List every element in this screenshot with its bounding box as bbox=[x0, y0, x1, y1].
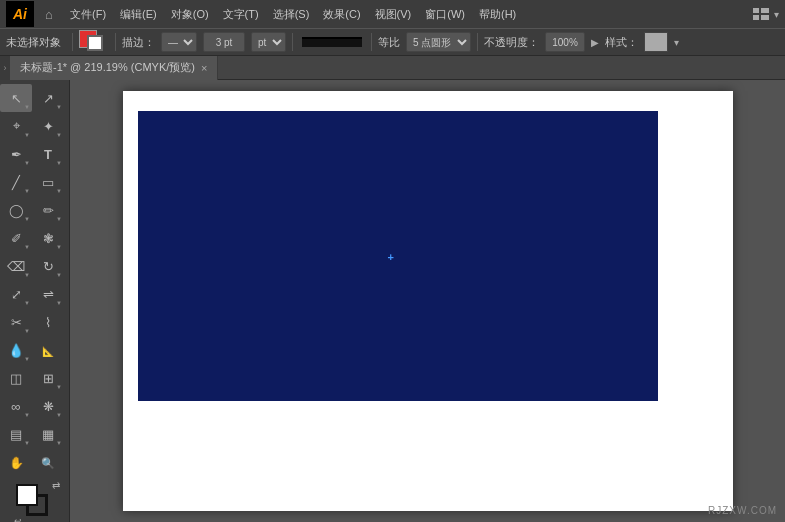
menu-effect[interactable]: 效果(C) bbox=[317, 5, 366, 24]
opacity-label: 不透明度： bbox=[484, 35, 539, 50]
foreground-color[interactable] bbox=[16, 484, 38, 506]
ellipse-icon bbox=[9, 203, 24, 218]
measure-icon bbox=[42, 343, 54, 358]
scissors-tool[interactable]: ▼ bbox=[0, 308, 32, 336]
tool-row-5: ▼ ▼ bbox=[0, 196, 69, 224]
magic-wand-tool[interactable]: ▼ bbox=[32, 112, 64, 140]
canvas-paper: + bbox=[123, 91, 733, 511]
fill-stroke-pair[interactable] bbox=[79, 30, 109, 54]
document-tab[interactable]: 未标题-1* @ 219.19% (CMYK/预览) × bbox=[10, 56, 218, 80]
lasso-icon bbox=[13, 118, 20, 134]
tool-arrow3: ▼ bbox=[24, 132, 30, 138]
pencil-tool[interactable]: ▼ bbox=[0, 224, 32, 252]
menu-file[interactable]: 文件(F) bbox=[64, 5, 112, 24]
rotate-tool[interactable]: ▼ bbox=[32, 252, 64, 280]
reflect-tool[interactable]: ▼ bbox=[32, 280, 64, 308]
tool-arrow2: ▼ bbox=[56, 104, 62, 110]
stroke-unit-select[interactable]: pt bbox=[251, 32, 286, 52]
magic-wand-icon bbox=[43, 119, 54, 134]
eyedropper-tool[interactable]: 💧 ▼ bbox=[0, 336, 32, 364]
blob-brush-tool[interactable]: ▼ bbox=[32, 224, 64, 252]
reset-colors-icon[interactable]: ↩ bbox=[14, 516, 22, 522]
ai-logo: Ai bbox=[6, 1, 34, 27]
type-tool[interactable]: ▼ bbox=[32, 140, 64, 168]
expand-btn[interactable]: ▾ bbox=[774, 9, 779, 20]
pen-tool[interactable]: ▼ bbox=[0, 140, 32, 168]
style-swatch[interactable] bbox=[644, 32, 668, 52]
tool-arrow15: ▼ bbox=[24, 300, 30, 306]
menu-window[interactable]: 窗口(W) bbox=[419, 5, 471, 24]
symbol-tool[interactable]: ▼ bbox=[32, 392, 64, 420]
column-graph-tool[interactable]: ▼ bbox=[0, 420, 32, 448]
brush-select[interactable]: 5 点圆形 bbox=[406, 32, 471, 52]
tool-row-11: ▼ bbox=[0, 364, 69, 392]
stroke-color-swatch[interactable] bbox=[87, 35, 103, 51]
lasso-tool[interactable]: ▼ bbox=[0, 112, 32, 140]
stroke-width-input[interactable] bbox=[203, 32, 245, 52]
tool-arrow21: ▼ bbox=[56, 412, 62, 418]
tool-row-14 bbox=[0, 448, 69, 476]
knife-tool[interactable] bbox=[32, 308, 64, 336]
tool-arrow14: ▼ bbox=[56, 272, 62, 278]
tool-row-8: ▼ ▼ bbox=[0, 280, 69, 308]
opacity-arrow[interactable]: ▶ bbox=[591, 37, 599, 48]
canvas-rectangle-object[interactable] bbox=[138, 111, 658, 401]
chart-icon bbox=[42, 427, 54, 442]
gradient-tool[interactable] bbox=[0, 364, 32, 392]
panel-collapse-btn[interactable]: › bbox=[0, 56, 10, 80]
zoom-tool[interactable] bbox=[32, 448, 64, 476]
menu-help[interactable]: 帮助(H) bbox=[473, 5, 522, 24]
tool-arrow10: ▼ bbox=[56, 216, 62, 222]
menu-object[interactable]: 对象(O) bbox=[165, 5, 215, 24]
eraser-tool[interactable]: ▼ bbox=[0, 252, 32, 280]
hand-tool[interactable] bbox=[0, 448, 32, 476]
tool-arrow22: ▼ bbox=[24, 440, 30, 446]
ellipse-tool[interactable]: ▼ bbox=[0, 196, 32, 224]
mesh-icon bbox=[43, 371, 54, 386]
stroke-label: 描边： bbox=[122, 35, 155, 50]
zoom-icon bbox=[41, 455, 55, 470]
stroke-style-select[interactable]: — bbox=[161, 32, 197, 52]
fg-bg-colors[interactable]: ⇄ ↩ bbox=[16, 484, 58, 522]
tool-arrow12: ▼ bbox=[56, 244, 62, 250]
column-graph-icon bbox=[10, 427, 22, 442]
tool-arrow20: ▼ bbox=[24, 412, 30, 418]
brush-tool[interactable]: ▼ bbox=[32, 196, 64, 224]
tab-close-btn[interactable]: × bbox=[201, 62, 207, 74]
line-tool[interactable]: ▼ bbox=[0, 168, 32, 196]
measure-tool[interactable] bbox=[32, 336, 64, 364]
menu-view[interactable]: 视图(V) bbox=[369, 5, 418, 24]
select-tool[interactable]: ▼ bbox=[0, 84, 32, 112]
blend-tool[interactable]: ▼ bbox=[0, 392, 32, 420]
eraser-icon bbox=[7, 259, 25, 274]
options-bar: 未选择对象 描边： — pt 等比 5 点圆形 不透明度： ▶ 样式： ▾ bbox=[0, 28, 785, 56]
svg-rect-0 bbox=[753, 8, 759, 13]
scale-tool[interactable]: ▼ bbox=[0, 280, 32, 308]
tool-arrow13: ▼ bbox=[24, 272, 30, 278]
menu-text[interactable]: 文字(T) bbox=[217, 5, 265, 24]
pen-icon bbox=[11, 147, 22, 162]
style-arrow[interactable]: ▾ bbox=[674, 37, 679, 48]
mesh-tool[interactable]: ▼ bbox=[32, 364, 64, 392]
rect-tool[interactable]: ▼ bbox=[32, 168, 64, 196]
tool-arrow7: ▼ bbox=[24, 188, 30, 194]
opacity-input[interactable] bbox=[545, 32, 585, 52]
home-button[interactable]: ⌂ bbox=[38, 3, 60, 25]
brush-equal-label: 等比 bbox=[378, 35, 400, 50]
menu-edit[interactable]: 编辑(E) bbox=[114, 5, 163, 24]
tool-row-2: ▼ ▼ bbox=[0, 112, 69, 140]
arrange-area: ▾ bbox=[750, 3, 779, 25]
tool-arrow: ▼ bbox=[24, 104, 30, 110]
swap-colors-icon[interactable]: ⇄ bbox=[52, 480, 60, 491]
canvas-area[interactable]: + RJZXW.COM bbox=[70, 80, 785, 522]
rotate-icon bbox=[43, 259, 54, 274]
chart-tool[interactable]: ▼ bbox=[32, 420, 64, 448]
direct-select-tool[interactable]: ▼ bbox=[32, 84, 64, 112]
tool-row-3: ▼ ▼ bbox=[0, 140, 69, 168]
svg-rect-2 bbox=[753, 15, 759, 20]
tool-arrow18: ▼ bbox=[24, 356, 30, 362]
divider5 bbox=[477, 33, 478, 51]
menu-select[interactable]: 选择(S) bbox=[267, 5, 316, 24]
tool-row-6: ▼ ▼ bbox=[0, 224, 69, 252]
workspace-switcher[interactable] bbox=[750, 3, 772, 25]
